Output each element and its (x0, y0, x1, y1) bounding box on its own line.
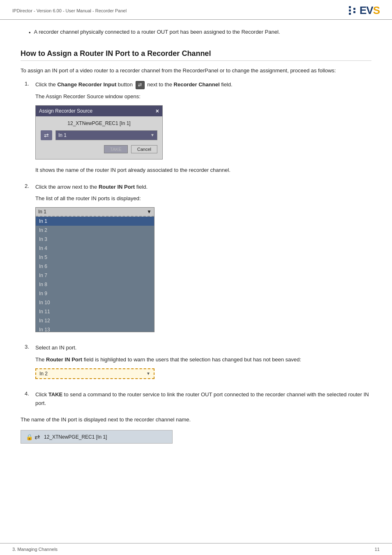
step-2: 2. Click the arrow next to the Router IN… (25, 183, 371, 339)
dialog-buttons: TAKE Cancel (41, 145, 157, 153)
step-4-bold: TAKE (48, 391, 62, 398)
change-recorder-input-icon (136, 81, 145, 89)
list-item[interactable]: In 7 (36, 271, 154, 280)
section-heading: How to Assign a Router IN Port to a Reco… (21, 49, 371, 61)
footer-left: 3. Managing Channels (12, 547, 58, 552)
assign-recorder-dialog: Assign Recorder Source × 12_XTNewPGE_REC… (35, 105, 163, 160)
channel-bar-name: 12_XTNewPGE_REC1 [In 1] (44, 434, 107, 440)
step-2-content: Click the arrow next to the Router IN Po… (35, 183, 371, 339)
footer-right: 11 (375, 547, 380, 552)
router-in-port-field: In 2 ▼ (35, 368, 154, 379)
in2-dropdown-arrow-icon: ▼ (146, 371, 150, 376)
list-item[interactable]: In 8 (36, 280, 154, 289)
list-item[interactable]: In 2 (36, 226, 154, 235)
step-4: 4. Click TAKE to send a command to the r… (25, 391, 371, 411)
bullet-item: • A recorder channel physically connecte… (29, 28, 371, 37)
channel-bar-icons: 🔒 ⇄ (26, 433, 40, 441)
evs-logo: EVS (349, 4, 380, 17)
step-3: 3. Select an IN port. The Router IN Port… (25, 344, 371, 386)
dropdown-arrow-icon: ▼ (147, 209, 152, 215)
step-2-text: Click the arrow next to the Router IN Po… (35, 183, 371, 192)
in2-value: In 2 (39, 371, 48, 377)
list-item[interactable]: In 11 (36, 307, 154, 316)
router-in-port-dropdown[interactable]: In 1 ▼ In 1 In 2 In 3 In 4 In 5 In 6 In … (35, 207, 154, 332)
dropdown-selected-item: In 1 ▼ (36, 208, 154, 217)
list-item[interactable]: In 3 (36, 235, 154, 244)
header-title: IPDirector - Version 6.00 - User Manual … (12, 8, 127, 13)
main-content: • A recorder channel physically connecte… (0, 20, 392, 467)
step-2-bold: Router IN Port (99, 184, 135, 190)
dropdown-selected-value: In 1 (38, 209, 46, 215)
channel-display-bar: 🔒 ⇄ 12_XTNewPGE_REC1 [In 1] (21, 430, 173, 444)
dialog-select[interactable]: In 1 ▼ (55, 130, 157, 140)
dialog-row: ⇄ In 1 ▼ (41, 130, 157, 140)
step-4-content: Click TAKE to send a command to the rout… (35, 391, 371, 411)
step-1-sublabel: The Assign Recorder Source window opens: (35, 92, 371, 101)
list-item[interactable]: In 6 (36, 262, 154, 271)
dialog-titlebar: Assign Recorder Source × (36, 106, 162, 116)
list-item[interactable]: In 10 (36, 298, 154, 307)
step-4-num: 4. (25, 391, 32, 411)
dialog-channel-name: 12_XTNewPGE_REC1 [In 1] (41, 120, 157, 126)
dropdown-list: In 1 In 2 In 3 In 4 In 5 In 6 In 7 In 8 … (36, 217, 154, 332)
step-1-text: Click the Change Recorder Input button n… (35, 81, 371, 89)
bullet-dot: • (29, 29, 31, 37)
bullet-text: A recorder channel physically connected … (34, 28, 280, 37)
take-button[interactable]: TAKE (104, 145, 128, 153)
step-1-note: It shows the name of the router IN port … (35, 166, 371, 175)
dialog-close-button[interactable]: × (156, 108, 159, 114)
list-item[interactable]: In 4 (36, 244, 154, 253)
step-3-sublabel: The Router IN Port field is highlighted … (35, 356, 371, 364)
step-1-bold2: Recorder Channel (174, 81, 220, 88)
evs-logo-text: EVS (360, 4, 380, 17)
step-3-text: Select an IN port. (35, 344, 371, 352)
after-steps-text: The name of the IN port is displayed nex… (21, 416, 371, 424)
step-3-content: Select an IN port. The Router IN Port fi… (35, 344, 371, 386)
page-header: IPDirector - Version 6.00 - User Manual … (0, 0, 392, 20)
step-2-sublabel: The list of all the router IN ports is d… (35, 194, 371, 203)
cancel-button[interactable]: Cancel (131, 145, 157, 153)
list-item[interactable]: In 9 (36, 289, 154, 298)
step-1-content: Click the Change Recorder Input button n… (35, 81, 371, 178)
bullet-section: • A recorder channel physically connecte… (21, 28, 371, 37)
step-1: 1. Click the Change Recorder Input butto… (25, 81, 371, 178)
step-3-bold: Router IN Port (46, 356, 82, 363)
page-footer: 3. Managing Channels 11 (0, 543, 392, 555)
step-1-bold1: Change Recorder Input (57, 81, 116, 88)
step-1-num: 1. (25, 81, 32, 178)
dialog-body: 12_XTNewPGE_REC1 [In 1] ⇄ In 1 ▼ TAKE Ca… (36, 116, 162, 159)
dialog-arrow-icon: ⇄ (41, 130, 52, 140)
dialog-title: Assign Recorder Source (39, 108, 92, 114)
list-item[interactable]: In 1 (36, 217, 154, 226)
swap-icon: ⇄ (35, 433, 40, 441)
step-2-num: 2. (25, 183, 32, 339)
dialog-select-arrow-icon: ▼ (150, 133, 154, 137)
list-item[interactable]: In 13 (36, 325, 154, 332)
lock-icon: 🔒 (26, 434, 33, 440)
dialog-select-value: In 1 (58, 132, 67, 138)
intro-paragraph: To assign an IN port of a video router t… (21, 67, 371, 75)
list-item[interactable]: In 12 (36, 316, 154, 325)
step-3-num: 3. (25, 344, 32, 386)
step-4-text: Click TAKE to send a command to the rout… (35, 391, 371, 408)
list-item[interactable]: In 5 (36, 253, 154, 262)
